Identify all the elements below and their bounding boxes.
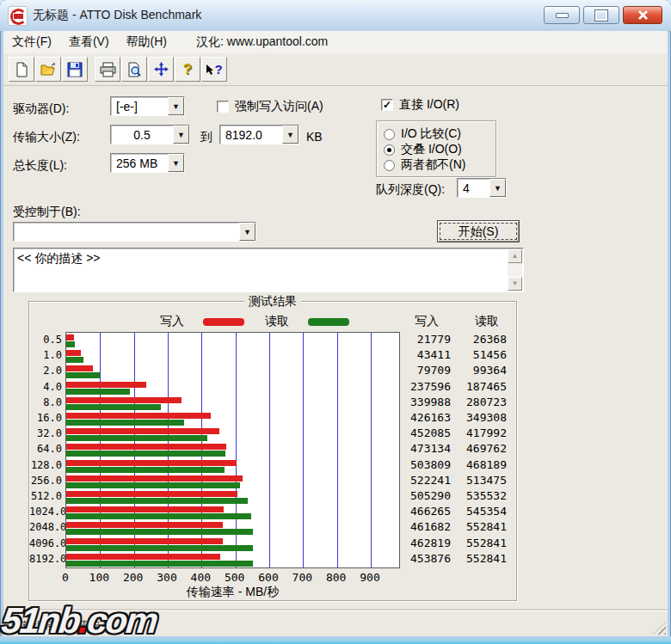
chart-row-label: 32.0 — [29, 426, 62, 441]
x-tick-label: 300 — [150, 571, 184, 584]
read-bar — [66, 404, 161, 410]
start-button[interactable]: 开始(S) — [437, 220, 520, 242]
write-bar — [66, 506, 224, 512]
menu-view[interactable]: 查看(V) — [60, 32, 118, 52]
title-bar: 无标题 - ATTO Disk Benchmark — [0, 0, 671, 32]
read-bar — [66, 482, 240, 488]
radio-selected-icon — [384, 144, 395, 156]
write-bar — [66, 350, 81, 356]
queue-depth-select[interactable]: 4 ▼ — [457, 178, 507, 198]
chart-row-label: 2.0 — [29, 363, 62, 378]
chevron-down-icon[interactable]: ▼ — [282, 126, 299, 144]
help-icon: ? — [183, 61, 192, 78]
x-tick-label: 500 — [218, 571, 252, 584]
radio-io-compare[interactable]: I/O 比较(C) — [384, 126, 461, 142]
drive-select[interactable]: [-e-] ▼ — [110, 96, 185, 116]
close-button[interactable] — [623, 6, 662, 24]
chart-row-label: 4096.0 — [29, 536, 62, 551]
pan-move-icon — [153, 61, 169, 77]
total-length-label: 总长度(L): — [13, 158, 67, 174]
chart-x-ticks: 0100200300400500600700800900 — [65, 571, 400, 585]
maximize-button[interactable] — [583, 6, 619, 24]
open-file-icon — [40, 62, 57, 77]
resize-grip[interactable] — [653, 622, 666, 635]
chart-row-label: 256.0 — [29, 473, 62, 488]
read-bar — [66, 357, 83, 363]
chevron-down-icon[interactable]: ▼ — [173, 126, 189, 144]
read-bar — [66, 389, 130, 395]
chart-x-axis-label: 传输速率 - MB/秒 — [65, 585, 400, 600]
minimize-icon — [556, 13, 569, 18]
chevron-down-icon[interactable]: ▼ — [489, 179, 506, 197]
chart-row-label: 8.0 — [29, 395, 62, 410]
menu-help[interactable]: 帮助(H) — [118, 32, 175, 52]
read-bar — [66, 372, 100, 378]
save-button[interactable] — [62, 57, 88, 82]
chart-row-label: 512.0 — [29, 488, 62, 504]
transfer-to-select[interactable]: 8192.0 ▼ — [219, 125, 299, 144]
chart-row-label: 128.0 — [29, 457, 62, 473]
scroll-up-icon[interactable]: ▲ — [508, 249, 522, 263]
chart-row-label: 1024.0 — [29, 504, 62, 519]
open-file-button[interactable] — [35, 57, 61, 82]
controlled-by-label: 受控制于(B): — [13, 205, 81, 220]
radio-neither[interactable]: 两者都不(N) — [384, 157, 465, 173]
legend-write-label: 写入 — [160, 314, 184, 329]
description-box[interactable]: << 你的描述 >> ▲ ▼ — [13, 248, 524, 292]
write-bar — [66, 382, 146, 388]
read-bar — [66, 529, 253, 535]
description-scrollbar[interactable]: ▲ ▼ — [508, 249, 522, 291]
read-bar — [66, 561, 253, 567]
read-bar — [66, 545, 253, 551]
menu-file[interactable]: 文件(F) — [3, 32, 60, 52]
context-help-button[interactable]: ? — [201, 57, 227, 82]
controlled-by-select[interactable]: ▼ — [13, 222, 256, 242]
window-title: 无标题 - ATTO Disk Benchmark — [33, 8, 201, 23]
pan-button[interactable] — [148, 57, 174, 82]
read-value: 349308 — [438, 410, 507, 426]
read-value: 552841 — [438, 519, 507, 535]
x-tick-label: 200 — [116, 571, 151, 584]
description-text: << 你的描述 >> — [17, 251, 100, 267]
to-label: 到 — [200, 130, 212, 145]
transfer-from-select[interactable]: 0.5 ▼ — [110, 125, 190, 144]
write-bar — [66, 365, 93, 371]
app-icon — [8, 6, 28, 26]
read-bar — [66, 451, 225, 457]
scroll-down-icon[interactable]: ▼ — [508, 277, 522, 291]
radio-overlapped-io[interactable]: 交叠 I/O(O) — [384, 142, 462, 157]
x-tick-label: 800 — [319, 571, 354, 584]
x-tick-label: 100 — [82, 571, 116, 584]
read-bar — [66, 341, 75, 347]
total-length-select[interactable]: 256 MB ▼ — [110, 153, 185, 173]
chevron-down-icon[interactable]: ▼ — [168, 97, 184, 115]
chart-row-label: 4.0 — [29, 379, 62, 395]
chart-row-label: 2048.0 — [29, 519, 62, 535]
gridline — [269, 333, 270, 567]
read-value: 417992 — [438, 426, 507, 441]
write-bar — [66, 397, 182, 403]
x-tick-label: 0 — [48, 571, 83, 584]
write-bar — [66, 475, 243, 481]
read-column-header: 读取 — [475, 314, 499, 329]
write-bar — [66, 444, 226, 450]
read-value: 187465 — [438, 379, 507, 395]
print-preview-icon — [126, 62, 142, 77]
chevron-down-icon[interactable]: ▼ — [168, 154, 184, 172]
help-button[interactable]: ? — [175, 57, 200, 82]
new-file-icon — [14, 62, 29, 77]
new-file-button[interactable] — [9, 57, 34, 82]
x-tick-label: 900 — [353, 571, 387, 584]
print-preview-button[interactable] — [121, 57, 147, 82]
chevron-down-icon[interactable]: ▼ — [239, 223, 255, 241]
write-bar — [66, 413, 211, 419]
force-write-checkbox[interactable]: 强制写入访问(A) — [217, 99, 323, 114]
chart-row-label: 64.0 — [29, 441, 62, 457]
print-button[interactable] — [95, 57, 120, 82]
drive-label: 驱动器(D): — [13, 101, 69, 117]
maximize-icon — [595, 10, 607, 21]
direct-io-checkbox[interactable]: ✓ 直接 I/O(R) — [381, 97, 459, 113]
minimize-button[interactable] — [544, 6, 580, 24]
chart-plot — [65, 332, 400, 568]
read-bar — [66, 435, 207, 441]
